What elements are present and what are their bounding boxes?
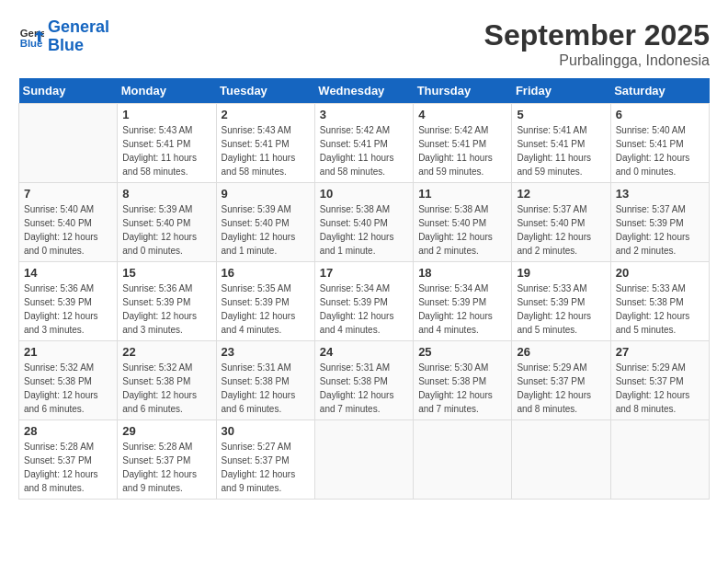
day-number: 13 [616, 187, 704, 201]
day-number: 6 [616, 108, 704, 121]
calendar-cell: 4Sunrise: 5:42 AMSunset: 5:41 PMDaylight… [414, 104, 512, 183]
day-info: Sunrise: 5:38 AMSunset: 5:40 PMDaylight:… [418, 202, 506, 258]
logo: General Blue General Blue [18, 18, 109, 55]
calendar-cell: 18Sunrise: 5:34 AMSunset: 5:39 PMDayligh… [414, 262, 512, 341]
calendar-cell: 26Sunrise: 5:29 AMSunset: 5:37 PMDayligh… [512, 341, 610, 420]
calendar-week-3: 14Sunrise: 5:36 AMSunset: 5:39 PMDayligh… [19, 262, 710, 341]
day-info: Sunrise: 5:36 AMSunset: 5:39 PMDaylight:… [122, 282, 210, 337]
calendar-week-5: 28Sunrise: 5:28 AMSunset: 5:37 PMDayligh… [19, 420, 710, 500]
day-info: Sunrise: 5:30 AMSunset: 5:38 PMDaylight:… [418, 361, 506, 416]
day-info: Sunrise: 5:38 AMSunset: 5:40 PMDaylight:… [320, 202, 408, 258]
day-info: Sunrise: 5:28 AMSunset: 5:37 PMDaylight:… [122, 440, 210, 495]
day-info: Sunrise: 5:29 AMSunset: 5:37 PMDaylight:… [616, 361, 704, 416]
calendar-body: 1Sunrise: 5:43 AMSunset: 5:41 PMDaylight… [19, 104, 710, 500]
calendar-cell: 17Sunrise: 5:34 AMSunset: 5:39 PMDayligh… [314, 262, 413, 341]
calendar-cell: 11Sunrise: 5:38 AMSunset: 5:40 PMDayligh… [414, 183, 512, 262]
weekday-header-wednesday: Wednesday [314, 78, 413, 104]
weekday-header-monday: Monday [118, 78, 216, 104]
day-number: 8 [122, 187, 210, 201]
day-info: Sunrise: 5:31 AMSunset: 5:38 PMDaylight:… [222, 361, 310, 416]
day-info: Sunrise: 5:42 AMSunset: 5:41 PMDaylight:… [418, 123, 506, 178]
day-info: Sunrise: 5:43 AMSunset: 5:41 PMDaylight:… [222, 123, 310, 178]
day-info: Sunrise: 5:28 AMSunset: 5:37 PMDaylight:… [24, 440, 112, 495]
day-info: Sunrise: 5:33 AMSunset: 5:38 PMDaylight:… [616, 282, 704, 337]
day-number: 1 [122, 108, 210, 121]
day-number: 17 [320, 266, 408, 280]
day-number: 5 [517, 108, 605, 121]
day-number: 24 [320, 345, 408, 359]
weekday-header-friday: Friday [512, 78, 610, 104]
day-number: 18 [418, 266, 506, 280]
calendar-cell: 21Sunrise: 5:32 AMSunset: 5:38 PMDayligh… [19, 341, 118, 420]
day-number: 23 [222, 345, 310, 359]
day-number: 20 [616, 266, 704, 280]
calendar-cell: 29Sunrise: 5:28 AMSunset: 5:37 PMDayligh… [118, 420, 216, 500]
calendar-cell: 12Sunrise: 5:37 AMSunset: 5:40 PMDayligh… [512, 183, 610, 262]
weekday-header-sunday: Sunday [19, 78, 118, 104]
day-number: 21 [24, 345, 112, 359]
day-info: Sunrise: 5:37 AMSunset: 5:40 PMDaylight:… [517, 202, 605, 258]
day-number: 9 [222, 187, 310, 201]
calendar-cell: 6Sunrise: 5:40 AMSunset: 5:41 PMDaylight… [610, 104, 709, 183]
calendar-cell: 8Sunrise: 5:39 AMSunset: 5:40 PMDaylight… [118, 183, 216, 262]
day-info: Sunrise: 5:40 AMSunset: 5:40 PMDaylight:… [24, 202, 112, 258]
day-number: 14 [24, 266, 112, 280]
calendar-cell: 7Sunrise: 5:40 AMSunset: 5:40 PMDaylight… [19, 183, 118, 262]
day-number: 7 [24, 187, 112, 201]
calendar-cell: 5Sunrise: 5:41 AMSunset: 5:41 PMDaylight… [512, 104, 610, 183]
day-number: 4 [418, 108, 506, 121]
day-info: Sunrise: 5:33 AMSunset: 5:39 PMDaylight:… [517, 282, 605, 337]
day-info: Sunrise: 5:32 AMSunset: 5:38 PMDaylight:… [122, 361, 210, 416]
calendar-cell: 2Sunrise: 5:43 AMSunset: 5:41 PMDaylight… [216, 104, 314, 183]
calendar-cell: 10Sunrise: 5:38 AMSunset: 5:40 PMDayligh… [314, 183, 413, 262]
calendar-cell: 9Sunrise: 5:39 AMSunset: 5:40 PMDaylight… [216, 183, 314, 262]
calendar-cell: 1Sunrise: 5:43 AMSunset: 5:41 PMDaylight… [118, 104, 216, 183]
calendar-cell: 25Sunrise: 5:30 AMSunset: 5:38 PMDayligh… [414, 341, 512, 420]
location: Purbalingga, Indonesia [484, 52, 710, 69]
calendar-cell: 13Sunrise: 5:37 AMSunset: 5:39 PMDayligh… [610, 183, 709, 262]
day-number: 3 [320, 108, 408, 121]
calendar-cell [610, 420, 709, 500]
day-number: 15 [122, 266, 210, 280]
day-info: Sunrise: 5:39 AMSunset: 5:40 PMDaylight:… [222, 202, 310, 258]
day-number: 11 [418, 187, 506, 201]
day-info: Sunrise: 5:29 AMSunset: 5:37 PMDaylight:… [517, 361, 605, 416]
day-number: 12 [517, 187, 605, 201]
title-area: September 2025 Purbalingga, Indonesia [484, 18, 710, 69]
calendar-week-1: 1Sunrise: 5:43 AMSunset: 5:41 PMDaylight… [19, 104, 710, 183]
day-number: 10 [320, 187, 408, 201]
calendar-cell: 28Sunrise: 5:28 AMSunset: 5:37 PMDayligh… [19, 420, 118, 500]
calendar-cell: 14Sunrise: 5:36 AMSunset: 5:39 PMDayligh… [19, 262, 118, 341]
day-info: Sunrise: 5:31 AMSunset: 5:38 PMDaylight:… [320, 361, 408, 416]
calendar-cell: 30Sunrise: 5:27 AMSunset: 5:37 PMDayligh… [216, 420, 314, 500]
day-number: 27 [616, 345, 704, 359]
calendar-cell [512, 420, 610, 500]
calendar-cell: 19Sunrise: 5:33 AMSunset: 5:39 PMDayligh… [512, 262, 610, 341]
day-info: Sunrise: 5:40 AMSunset: 5:41 PMDaylight:… [616, 123, 704, 178]
calendar-cell: 23Sunrise: 5:31 AMSunset: 5:38 PMDayligh… [216, 341, 314, 420]
calendar-cell: 22Sunrise: 5:32 AMSunset: 5:38 PMDayligh… [118, 341, 216, 420]
day-number: 16 [222, 266, 310, 280]
calendar-cell: 16Sunrise: 5:35 AMSunset: 5:39 PMDayligh… [216, 262, 314, 341]
calendar-cell: 27Sunrise: 5:29 AMSunset: 5:37 PMDayligh… [610, 341, 709, 420]
day-number: 28 [24, 424, 112, 438]
day-info: Sunrise: 5:39 AMSunset: 5:40 PMDaylight:… [122, 202, 210, 258]
calendar-cell [314, 420, 413, 500]
day-number: 19 [517, 266, 605, 280]
calendar-cell [414, 420, 512, 500]
weekday-header-thursday: Thursday [414, 78, 512, 104]
calendar-week-2: 7Sunrise: 5:40 AMSunset: 5:40 PMDaylight… [19, 183, 710, 262]
day-number: 22 [122, 345, 210, 359]
logo-text-blue: Blue [48, 36, 84, 54]
calendar-cell: 24Sunrise: 5:31 AMSunset: 5:38 PMDayligh… [314, 341, 413, 420]
weekday-header-row: SundayMondayTuesdayWednesdayThursdayFrid… [19, 78, 710, 104]
day-number: 26 [517, 345, 605, 359]
calendar-table: SundayMondayTuesdayWednesdayThursdayFrid… [18, 78, 710, 500]
day-number: 25 [418, 345, 506, 359]
calendar-cell [19, 104, 118, 183]
calendar-cell: 3Sunrise: 5:42 AMSunset: 5:41 PMDaylight… [314, 104, 413, 183]
day-number: 29 [122, 424, 210, 438]
weekday-header-saturday: Saturday [610, 78, 709, 104]
day-number: 2 [222, 108, 310, 121]
day-info: Sunrise: 5:37 AMSunset: 5:39 PMDaylight:… [616, 202, 704, 258]
